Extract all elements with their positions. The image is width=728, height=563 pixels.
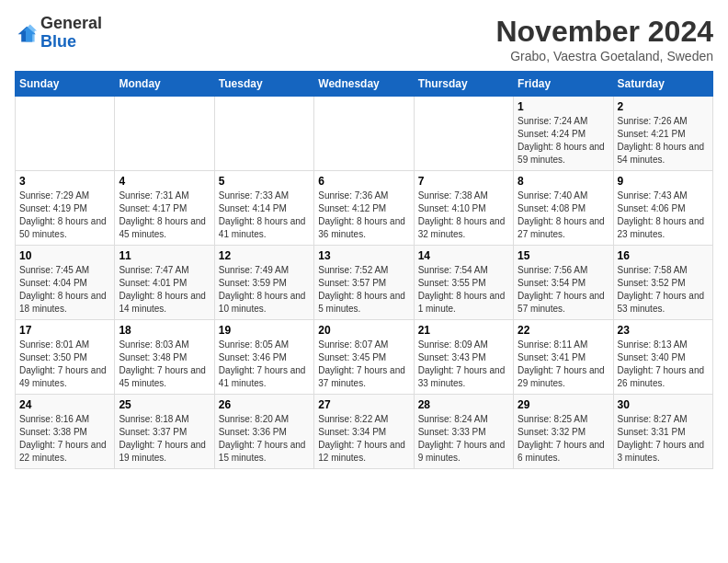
day-number: 11 (119, 249, 210, 262)
day-number: 12 (219, 249, 310, 262)
day-info: Sunrise: 8:09 AM Sunset: 3:43 PM Dayligh… (418, 339, 509, 390)
calendar-cell: 2Sunrise: 7:26 AM Sunset: 4:21 PM Daylig… (613, 97, 712, 171)
weekday-header-friday: Friday (514, 72, 613, 97)
calendar-cell: 12Sunrise: 7:49 AM Sunset: 3:59 PM Dayli… (214, 246, 313, 320)
day-info: Sunrise: 7:52 AM Sunset: 3:57 PM Dayligh… (318, 264, 409, 316)
day-number: 27 (318, 398, 409, 411)
weekday-header-thursday: Thursday (414, 72, 513, 97)
day-info: Sunrise: 7:47 AM Sunset: 4:01 PM Dayligh… (119, 264, 210, 316)
day-number: 20 (318, 324, 409, 337)
day-info: Sunrise: 7:40 AM Sunset: 4:08 PM Dayligh… (518, 190, 609, 241)
day-number: 1 (518, 100, 609, 113)
day-info: Sunrise: 7:33 AM Sunset: 4:14 PM Dayligh… (219, 190, 310, 241)
calendar-cell: 27Sunrise: 8:22 AM Sunset: 3:34 PM Dayli… (314, 395, 414, 469)
day-info: Sunrise: 7:38 AM Sunset: 4:10 PM Dayligh… (418, 190, 509, 241)
day-number: 26 (219, 398, 310, 411)
day-info: Sunrise: 7:54 AM Sunset: 3:55 PM Dayligh… (418, 264, 509, 316)
title-area: November 2024 Grabo, Vaestra Goetaland, … (495, 15, 713, 63)
calendar-week-3: 10Sunrise: 7:45 AM Sunset: 4:04 PM Dayli… (16, 246, 713, 320)
day-info: Sunrise: 8:18 AM Sunset: 3:37 PM Dayligh… (119, 413, 210, 465)
day-info: Sunrise: 8:11 AM Sunset: 3:41 PM Dayligh… (518, 339, 609, 390)
calendar-cell: 17Sunrise: 8:01 AM Sunset: 3:50 PM Dayli… (16, 320, 115, 395)
day-info: Sunrise: 8:25 AM Sunset: 3:32 PM Dayligh… (518, 413, 609, 465)
header: General Blue November 2024 Grabo, Vaestr… (15, 15, 713, 63)
calendar-cell: 21Sunrise: 8:09 AM Sunset: 3:43 PM Dayli… (414, 320, 513, 395)
day-info: Sunrise: 8:13 AM Sunset: 3:40 PM Dayligh… (618, 339, 709, 390)
calendar-week-4: 17Sunrise: 8:01 AM Sunset: 3:50 PM Dayli… (16, 320, 713, 395)
calendar-cell: 25Sunrise: 8:18 AM Sunset: 3:37 PM Dayli… (115, 395, 214, 469)
calendar-cell (16, 97, 115, 171)
day-info: Sunrise: 8:16 AM Sunset: 3:38 PM Dayligh… (19, 413, 110, 465)
location-subtitle: Grabo, Vaestra Goetaland, Sweden (495, 49, 713, 63)
day-number: 29 (518, 398, 609, 411)
day-number: 8 (518, 175, 609, 188)
day-info: Sunrise: 7:45 AM Sunset: 4:04 PM Dayligh… (19, 264, 110, 316)
day-info: Sunrise: 7:56 AM Sunset: 3:54 PM Dayligh… (518, 264, 609, 316)
calendar-cell: 19Sunrise: 8:05 AM Sunset: 3:46 PM Dayli… (214, 320, 313, 395)
month-title: November 2024 (495, 15, 713, 49)
calendar-cell: 5Sunrise: 7:33 AM Sunset: 4:14 PM Daylig… (214, 171, 313, 246)
calendar-cell: 18Sunrise: 8:03 AM Sunset: 3:48 PM Dayli… (115, 320, 214, 395)
day-number: 17 (19, 324, 110, 337)
day-number: 14 (418, 249, 509, 262)
day-info: Sunrise: 7:24 AM Sunset: 4:24 PM Dayligh… (518, 115, 609, 167)
calendar-cell: 8Sunrise: 7:40 AM Sunset: 4:08 PM Daylig… (514, 171, 613, 246)
calendar-cell: 30Sunrise: 8:27 AM Sunset: 3:31 PM Dayli… (613, 395, 712, 469)
calendar-cell: 7Sunrise: 7:38 AM Sunset: 4:10 PM Daylig… (414, 171, 513, 246)
calendar-cell: 28Sunrise: 8:24 AM Sunset: 3:33 PM Dayli… (414, 395, 513, 469)
calendar-cell: 26Sunrise: 8:20 AM Sunset: 3:36 PM Dayli… (214, 395, 313, 469)
day-number: 16 (618, 249, 709, 262)
weekday-header-wednesday: Wednesday (314, 72, 414, 97)
day-number: 2 (618, 100, 709, 113)
calendar-cell: 6Sunrise: 7:36 AM Sunset: 4:12 PM Daylig… (314, 171, 414, 246)
calendar-cell: 10Sunrise: 7:45 AM Sunset: 4:04 PM Dayli… (16, 246, 115, 320)
day-number: 21 (418, 324, 509, 337)
calendar-cell: 13Sunrise: 7:52 AM Sunset: 3:57 PM Dayli… (314, 246, 414, 320)
calendar-cell: 1Sunrise: 7:24 AM Sunset: 4:24 PM Daylig… (514, 97, 613, 171)
day-info: Sunrise: 8:01 AM Sunset: 3:50 PM Dayligh… (19, 339, 110, 390)
day-info: Sunrise: 7:58 AM Sunset: 3:52 PM Dayligh… (618, 264, 709, 316)
day-number: 4 (119, 175, 210, 188)
logo: General Blue (15, 15, 102, 52)
calendar-cell: 4Sunrise: 7:31 AM Sunset: 4:17 PM Daylig… (115, 171, 214, 246)
day-number: 24 (19, 398, 110, 411)
day-number: 23 (618, 324, 709, 337)
day-info: Sunrise: 8:20 AM Sunset: 3:36 PM Dayligh… (219, 413, 310, 465)
calendar-week-5: 24Sunrise: 8:16 AM Sunset: 3:38 PM Dayli… (16, 395, 713, 469)
calendar-cell: 14Sunrise: 7:54 AM Sunset: 3:55 PM Dayli… (414, 246, 513, 320)
day-info: Sunrise: 7:36 AM Sunset: 4:12 PM Dayligh… (318, 190, 409, 241)
day-info: Sunrise: 8:27 AM Sunset: 3:31 PM Dayligh… (618, 413, 709, 465)
calendar-cell: 3Sunrise: 7:29 AM Sunset: 4:19 PM Daylig… (16, 171, 115, 246)
calendar-cell: 24Sunrise: 8:16 AM Sunset: 3:38 PM Dayli… (16, 395, 115, 469)
day-number: 19 (219, 324, 310, 337)
calendar-cell: 20Sunrise: 8:07 AM Sunset: 3:45 PM Dayli… (314, 320, 414, 395)
day-number: 15 (518, 249, 609, 262)
day-info: Sunrise: 7:29 AM Sunset: 4:19 PM Dayligh… (19, 190, 110, 241)
weekday-header-monday: Monday (115, 72, 214, 97)
day-number: 18 (119, 324, 210, 337)
day-info: Sunrise: 7:49 AM Sunset: 3:59 PM Dayligh… (219, 264, 310, 316)
calendar-cell: 23Sunrise: 8:13 AM Sunset: 3:40 PM Dayli… (613, 320, 712, 395)
day-number: 10 (19, 249, 110, 262)
day-number: 30 (618, 398, 709, 411)
day-number: 9 (618, 175, 709, 188)
calendar-cell: 29Sunrise: 8:25 AM Sunset: 3:32 PM Dayli… (514, 395, 613, 469)
logo-icon (15, 22, 37, 44)
day-number: 22 (518, 324, 609, 337)
calendar-week-2: 3Sunrise: 7:29 AM Sunset: 4:19 PM Daylig… (16, 171, 713, 246)
weekday-header-sunday: Sunday (16, 72, 115, 97)
weekday-header-row: SundayMondayTuesdayWednesdayThursdayFrid… (16, 72, 713, 97)
day-number: 5 (219, 175, 310, 188)
day-info: Sunrise: 8:05 AM Sunset: 3:46 PM Dayligh… (219, 339, 310, 390)
calendar-week-1: 1Sunrise: 7:24 AM Sunset: 4:24 PM Daylig… (16, 97, 713, 171)
day-number: 3 (19, 175, 110, 188)
calendar-cell: 22Sunrise: 8:11 AM Sunset: 3:41 PM Dayli… (514, 320, 613, 395)
calendar-cell: 9Sunrise: 7:43 AM Sunset: 4:06 PM Daylig… (613, 171, 712, 246)
day-info: Sunrise: 8:22 AM Sunset: 3:34 PM Dayligh… (318, 413, 409, 465)
day-number: 25 (119, 398, 210, 411)
weekday-header-tuesday: Tuesday (214, 72, 313, 97)
calendar-cell (314, 97, 414, 171)
calendar-cell (414, 97, 513, 171)
logo-text: General Blue (40, 15, 102, 52)
day-info: Sunrise: 8:24 AM Sunset: 3:33 PM Dayligh… (418, 413, 509, 465)
